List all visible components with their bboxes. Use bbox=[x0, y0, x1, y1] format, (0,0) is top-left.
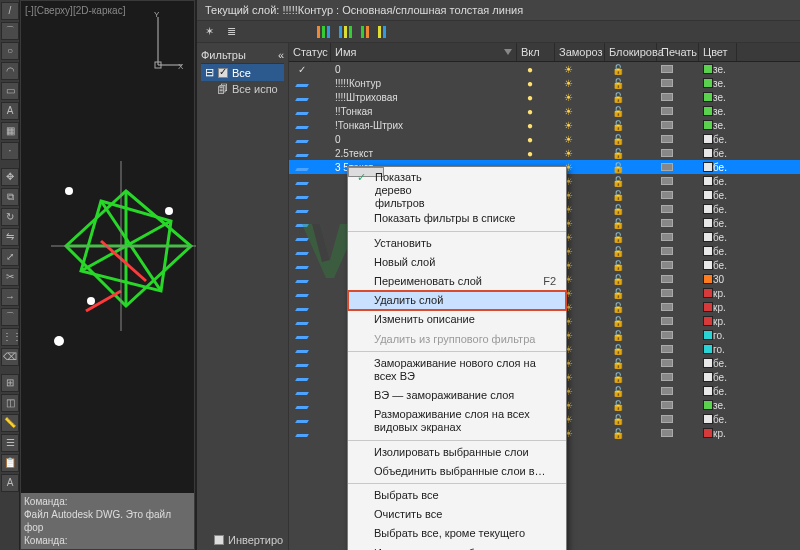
layer-stack2-icon[interactable] bbox=[339, 26, 353, 38]
printer-icon[interactable] bbox=[661, 429, 673, 437]
menu-set-current[interactable]: Установить bbox=[348, 234, 566, 253]
color-swatch[interactable] bbox=[703, 274, 713, 284]
tool-copy-icon[interactable]: ⧉ bbox=[1, 188, 19, 206]
lock-open-icon[interactable]: 🔓 bbox=[609, 64, 627, 75]
lock-open-icon[interactable]: 🔓 bbox=[609, 134, 627, 145]
bulb-icon[interactable]: ● bbox=[521, 120, 539, 131]
color-swatch[interactable] bbox=[703, 414, 713, 424]
tool-prop-icon[interactable]: ☰ bbox=[1, 434, 19, 452]
tool-paste-icon[interactable]: 📋 bbox=[1, 454, 19, 472]
bulb-icon[interactable]: ● bbox=[521, 64, 539, 75]
printer-icon[interactable] bbox=[661, 79, 673, 87]
layer-stack3-icon[interactable] bbox=[361, 26, 370, 38]
printer-icon[interactable] bbox=[661, 177, 673, 185]
printer-icon[interactable] bbox=[661, 205, 673, 213]
tool-trim-icon[interactable]: ✂ bbox=[1, 268, 19, 286]
command-line[interactable]: Команда: Файл Autodesk DWG. Это файл фор… bbox=[21, 493, 194, 549]
tool-a-icon[interactable]: A bbox=[1, 474, 19, 492]
printer-icon[interactable] bbox=[661, 247, 673, 255]
tool-text-icon[interactable]: A bbox=[1, 102, 19, 120]
lock-open-icon[interactable]: 🔓 bbox=[609, 274, 627, 285]
tool-block-icon[interactable]: ◫ bbox=[1, 394, 19, 412]
color-swatch[interactable] bbox=[703, 218, 713, 228]
menu-select-other[interactable]: Выбрать все, кроме текущего bbox=[348, 524, 566, 543]
color-swatch[interactable] bbox=[703, 64, 713, 74]
color-swatch[interactable] bbox=[703, 386, 713, 396]
tool-measure-icon[interactable]: 📏 bbox=[1, 414, 19, 432]
printer-icon[interactable] bbox=[661, 317, 673, 325]
sun-icon[interactable]: ☀ bbox=[559, 106, 577, 117]
menu-invert-selection[interactable]: Инвертировать выбор bbox=[348, 544, 566, 550]
col-plot[interactable]: Печать bbox=[657, 43, 699, 61]
lock-open-icon[interactable]: 🔓 bbox=[609, 106, 627, 117]
col-freeze[interactable]: Замороз bbox=[555, 43, 605, 61]
tool-arc-icon[interactable]: ◠ bbox=[1, 62, 19, 80]
sun-icon[interactable]: ☀ bbox=[559, 120, 577, 131]
tool-scale-icon[interactable]: ⤢ bbox=[1, 248, 19, 266]
bulb-icon[interactable]: ● bbox=[521, 78, 539, 89]
layer-row[interactable]: !Тонкая-Штрих●☀🔓 зе. bbox=[289, 118, 800, 132]
menu-show-filter-list[interactable]: Показать фильтры в списке bbox=[348, 209, 566, 228]
tool-mirror-icon[interactable]: ⇋ bbox=[1, 228, 19, 246]
printer-icon[interactable] bbox=[661, 135, 673, 143]
color-swatch[interactable] bbox=[703, 316, 713, 326]
color-swatch[interactable] bbox=[703, 120, 713, 130]
menu-vp-freeze[interactable]: ВЭ — замораживание слоя bbox=[348, 386, 566, 405]
printer-icon[interactable] bbox=[661, 65, 673, 73]
menu-show-filter-tree[interactable]: Показать дерево фильтров bbox=[348, 167, 384, 177]
color-swatch[interactable] bbox=[703, 78, 713, 88]
layer-row[interactable]: !!!!!Контур●☀🔓 зе. bbox=[289, 76, 800, 90]
menu-delete-layer[interactable]: Удалить слой bbox=[348, 291, 566, 310]
printer-icon[interactable] bbox=[661, 415, 673, 423]
layer-row[interactable]: !!Тонкая●☀🔓 зе. bbox=[289, 104, 800, 118]
color-swatch[interactable] bbox=[703, 358, 713, 368]
bulb-icon[interactable]: ● bbox=[521, 134, 539, 145]
bulb-icon[interactable]: ● bbox=[521, 148, 539, 159]
printer-icon[interactable] bbox=[661, 107, 673, 115]
color-swatch[interactable] bbox=[703, 92, 713, 102]
tool-erase-icon[interactable]: ⌫ bbox=[1, 348, 19, 366]
printer-icon[interactable] bbox=[661, 289, 673, 297]
bulb-icon[interactable]: ● bbox=[521, 106, 539, 117]
sun-icon[interactable]: ☀ bbox=[559, 134, 577, 145]
tool-fillet-icon[interactable]: ⌒ bbox=[1, 308, 19, 326]
col-name[interactable]: Имя bbox=[331, 43, 517, 61]
lock-open-icon[interactable]: 🔓 bbox=[609, 176, 627, 187]
layer-row[interactable]: 0●☀🔓 бе. bbox=[289, 132, 800, 146]
printer-icon[interactable] bbox=[661, 93, 673, 101]
lock-open-icon[interactable]: 🔓 bbox=[609, 190, 627, 201]
color-swatch[interactable] bbox=[703, 260, 713, 270]
color-swatch[interactable] bbox=[703, 400, 713, 410]
sun-icon[interactable]: ☀ bbox=[559, 64, 577, 75]
lock-open-icon[interactable]: 🔓 bbox=[609, 260, 627, 271]
tool-move-icon[interactable]: ✥ bbox=[1, 168, 19, 186]
menu-merge[interactable]: Объединить выбранные слои в… bbox=[348, 462, 566, 481]
layer-row[interactable]: ✓0●☀🔓 зе. bbox=[289, 62, 800, 76]
col-color[interactable]: Цвет bbox=[699, 43, 737, 61]
layer-stack4-icon[interactable] bbox=[378, 26, 387, 38]
printer-icon[interactable] bbox=[661, 401, 673, 409]
filter-used[interactable]: 🗐Все испо bbox=[201, 81, 284, 97]
color-swatch[interactable] bbox=[703, 204, 713, 214]
printer-icon[interactable] bbox=[661, 233, 673, 241]
color-swatch[interactable] bbox=[703, 190, 713, 200]
printer-icon[interactable] bbox=[661, 331, 673, 339]
color-swatch[interactable] bbox=[703, 372, 713, 382]
menu-select-all[interactable]: Выбрать все bbox=[348, 486, 566, 505]
color-swatch[interactable] bbox=[703, 302, 713, 312]
tool-rect-icon[interactable]: ▭ bbox=[1, 82, 19, 100]
printer-icon[interactable] bbox=[661, 191, 673, 199]
checkbox-icon[interactable] bbox=[214, 535, 224, 545]
col-status[interactable]: Статус bbox=[289, 43, 331, 61]
printer-icon[interactable] bbox=[661, 275, 673, 283]
model-viewport[interactable]: [-][Сверху][2D-каркас] Y X bbox=[20, 0, 195, 550]
menu-clear-all[interactable]: Очистить все bbox=[348, 505, 566, 524]
menu-isolate[interactable]: Изолировать выбранные слои bbox=[348, 443, 566, 462]
bulb-icon[interactable]: ● bbox=[521, 92, 539, 103]
menu-rename-layer[interactable]: Переименовать слой bbox=[348, 272, 566, 291]
tool-circle-icon[interactable]: ○ bbox=[1, 42, 19, 60]
viewport-label[interactable]: [-][Сверху][2D-каркас] bbox=[25, 5, 125, 16]
sun-icon[interactable]: ☀ bbox=[559, 92, 577, 103]
lock-open-icon[interactable]: 🔓 bbox=[609, 232, 627, 243]
lock-open-icon[interactable]: 🔓 bbox=[609, 358, 627, 369]
